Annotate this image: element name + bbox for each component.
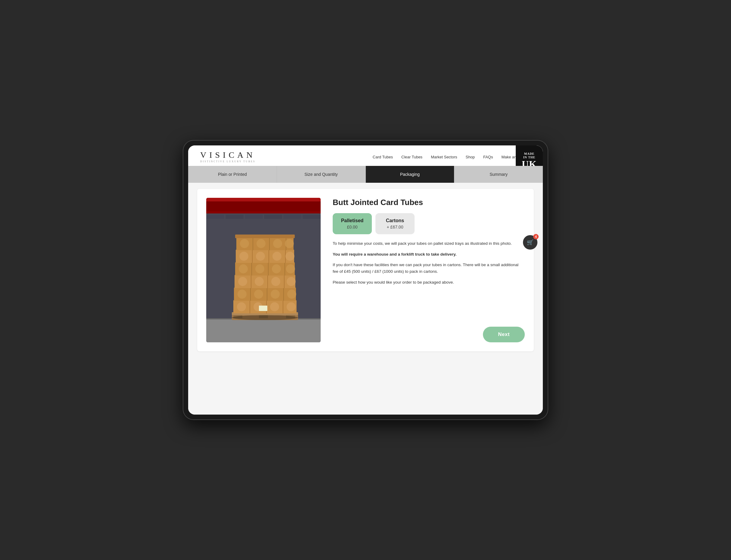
svg-rect-14 bbox=[226, 215, 244, 219]
svg-rect-16 bbox=[264, 215, 282, 219]
content-card: Butt Jointed Card Tubes Palletised £0.00… bbox=[197, 189, 534, 351]
device-frame: VISICAN DISTINCTIVE LUXURY TUBES Card Tu… bbox=[183, 140, 548, 420]
svg-point-67 bbox=[272, 252, 282, 261]
option-cartons-label: Cartons bbox=[383, 218, 407, 223]
tab-plain-printed[interactable]: Plain or Printed bbox=[188, 166, 277, 183]
svg-point-76 bbox=[285, 239, 294, 248]
svg-point-52 bbox=[287, 277, 296, 286]
product-image bbox=[206, 198, 321, 342]
description-block: To help minimise your costs, we will pac… bbox=[333, 240, 525, 285]
option-cartons-price: + £67.00 bbox=[383, 225, 407, 229]
svg-point-74 bbox=[257, 239, 266, 248]
svg-point-36 bbox=[287, 302, 296, 311]
tabs-bar: Plain or Printed Size and Quantity Packa… bbox=[188, 166, 543, 183]
svg-point-57 bbox=[239, 264, 248, 273]
svg-rect-13 bbox=[206, 215, 224, 219]
product-title: Butt Jointed Card Tubes bbox=[333, 198, 525, 207]
svg-rect-18 bbox=[303, 215, 321, 219]
product-details: Butt Jointed Card Tubes Palletised £0.00… bbox=[333, 198, 525, 342]
cart-badge: 4 bbox=[533, 234, 539, 239]
svg-point-75 bbox=[273, 239, 282, 248]
svg-point-65 bbox=[239, 252, 248, 261]
cart-button[interactable]: 🛒 4 bbox=[523, 235, 537, 250]
cart-icon: 🛒 bbox=[527, 239, 533, 246]
nav-shop[interactable]: Shop bbox=[466, 155, 475, 159]
svg-rect-20 bbox=[206, 198, 321, 201]
nav-faqs[interactable]: FAQs bbox=[483, 155, 493, 159]
options-row: Palletised £0.00 Cartons + £67.00 bbox=[333, 213, 525, 234]
option-cartons[interactable]: Cartons + £67.00 bbox=[375, 213, 415, 234]
desc-para-2: You will require a warehouse and a forkl… bbox=[333, 251, 525, 258]
next-button[interactable]: Next bbox=[483, 327, 525, 342]
footer-row: Next bbox=[333, 324, 525, 342]
svg-point-33 bbox=[237, 302, 246, 311]
tab-size-quantity[interactable]: Size and Quantity bbox=[277, 166, 366, 183]
option-palletised-label: Palletised bbox=[341, 218, 364, 223]
made-in-uk-line1: MADE bbox=[524, 152, 535, 156]
svg-rect-21 bbox=[206, 211, 321, 213]
option-palletised[interactable]: Palletised £0.00 bbox=[333, 213, 372, 234]
svg-point-60 bbox=[286, 264, 295, 273]
svg-point-58 bbox=[255, 264, 264, 273]
svg-point-51 bbox=[271, 277, 280, 286]
svg-point-73 bbox=[240, 239, 249, 248]
svg-point-50 bbox=[255, 277, 264, 286]
svg-point-49 bbox=[238, 277, 247, 286]
svg-point-68 bbox=[285, 252, 294, 261]
nav-clear-tubes[interactable]: Clear Tubes bbox=[401, 155, 422, 159]
svg-rect-78 bbox=[259, 306, 267, 311]
main-nav: Card Tubes Clear Tubes Market Sectors Sh… bbox=[373, 155, 531, 159]
option-palletised-price: £0.00 bbox=[341, 225, 364, 229]
desc-para-1: To help minimise your costs, we will pac… bbox=[333, 240, 525, 247]
nav-market-sectors[interactable]: Market Sectors bbox=[431, 155, 457, 159]
svg-point-66 bbox=[256, 252, 265, 261]
svg-point-35 bbox=[270, 302, 279, 311]
header: VISICAN DISTINCTIVE LUXURY TUBES Card Tu… bbox=[188, 145, 543, 166]
desc-para-3: If you don't have these facilities then … bbox=[333, 262, 525, 275]
svg-point-44 bbox=[287, 290, 296, 299]
svg-point-42 bbox=[254, 290, 263, 299]
svg-point-79 bbox=[232, 315, 298, 320]
logo-sub: DISTINCTIVE LUXURY TUBES bbox=[200, 160, 256, 163]
desc-para-4: Please select how you would like your or… bbox=[333, 279, 525, 286]
logo-area: VISICAN DISTINCTIVE LUXURY TUBES bbox=[200, 151, 256, 163]
tab-summary[interactable]: Summary bbox=[454, 166, 543, 183]
svg-point-41 bbox=[238, 290, 247, 299]
svg-point-43 bbox=[271, 290, 280, 299]
svg-rect-77 bbox=[235, 235, 295, 238]
svg-rect-15 bbox=[245, 215, 263, 219]
nav-card-tubes[interactable]: Card Tubes bbox=[373, 155, 393, 159]
main-content: Butt Jointed Card Tubes Palletised £0.00… bbox=[188, 183, 543, 415]
svg-point-59 bbox=[272, 264, 281, 273]
svg-rect-17 bbox=[283, 215, 301, 219]
svg-rect-22 bbox=[206, 318, 321, 342]
screen: VISICAN DISTINCTIVE LUXURY TUBES Card Tu… bbox=[188, 145, 543, 415]
logo-main: VISICAN bbox=[200, 151, 256, 159]
warehouse-illustration bbox=[206, 198, 321, 342]
tab-packaging[interactable]: Packaging bbox=[366, 166, 455, 183]
